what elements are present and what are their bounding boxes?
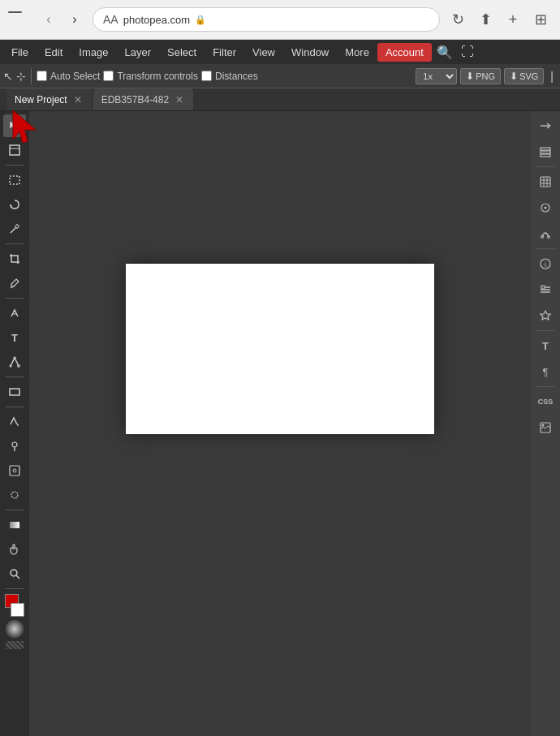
- svg-point-16: [12, 442, 17, 447]
- share-button[interactable]: ⬆: [474, 8, 497, 31]
- menu-select[interactable]: Select: [159, 43, 205, 62]
- tool-sep-7: [5, 588, 24, 589]
- tab-new-project-label: New Project: [15, 94, 67, 105]
- blur-button[interactable]: [3, 484, 26, 506]
- paths-panel-button[interactable]: [534, 222, 557, 245]
- canvas-area: [29, 111, 531, 736]
- search-button[interactable]: 🔍: [433, 41, 456, 63]
- tab-edb[interactable]: EDB357B4-482 ✕: [93, 88, 193, 110]
- menu-image[interactable]: Image: [71, 43, 116, 62]
- quick-mask-button[interactable]: [6, 620, 24, 638]
- path-selection-button[interactable]: [3, 351, 26, 373]
- tabs-button[interactable]: ⊞: [529, 8, 552, 31]
- distances-checkbox[interactable]: [201, 71, 212, 81]
- svg-rect-27: [541, 148, 550, 150]
- css-panel-button[interactable]: CSS: [534, 390, 557, 413]
- menu-edit[interactable]: Edit: [37, 43, 71, 62]
- reload-button[interactable]: ↻: [446, 8, 469, 31]
- app-toolbar: ↖ ⊹ Auto Select Transform controls Dista…: [0, 64, 560, 88]
- expand-panel-button[interactable]: [534, 114, 557, 137]
- svg-text:i: i: [545, 260, 546, 269]
- gradient-button[interactable]: [3, 514, 26, 536]
- svg-rect-4: [10, 176, 19, 184]
- auto-select-label: Auto Select: [50, 71, 100, 82]
- tool-sep-1: [5, 165, 24, 166]
- forward-button[interactable]: ›: [63, 8, 86, 31]
- svg-rect-2: [10, 145, 19, 155]
- browser-actions: ↻ ⬆ + ⊞: [446, 8, 552, 31]
- panel-sep-3: [536, 330, 555, 331]
- rectangular-marquee-button[interactable]: [3, 169, 26, 192]
- paragraph-panel-button[interactable]: ¶: [534, 360, 557, 383]
- paragraph-icon: ¶: [543, 366, 549, 378]
- magic-wand-button[interactable]: [3, 217, 26, 240]
- move-tool-button[interactable]: [3, 114, 26, 137]
- app-body: T: [0, 111, 560, 736]
- address-bar[interactable]: AA photopea.com 🔒: [93, 7, 440, 32]
- menu-file[interactable]: File: [3, 43, 37, 62]
- transform-controls-checkbox-label[interactable]: Transform controls: [103, 71, 198, 82]
- effects-panel-button[interactable]: [534, 304, 557, 327]
- more-options-button[interactable]: |: [547, 68, 557, 84]
- distances-checkbox-label[interactable]: Distances: [201, 71, 258, 82]
- svg-point-20: [11, 492, 18, 498]
- menu-filter[interactable]: Filter: [205, 43, 244, 62]
- eyedropper-button[interactable]: [3, 272, 26, 295]
- character-icon: T: [542, 340, 549, 352]
- tool-sep-4: [5, 377, 24, 377]
- zoom-select[interactable]: 1x2x0.5x: [416, 68, 457, 84]
- svg-marker-0: [10, 121, 17, 131]
- menu-view[interactable]: View: [244, 43, 283, 62]
- transform-controls-checkbox[interactable]: [103, 71, 114, 81]
- background-color[interactable]: [11, 603, 24, 617]
- menu-window[interactable]: Window: [283, 43, 337, 62]
- rectangle-shape-button[interactable]: [3, 381, 26, 403]
- transform-controls-label: Transform controls: [117, 71, 198, 82]
- zoom-button[interactable]: [3, 562, 26, 585]
- aa-label: AA: [103, 13, 118, 26]
- auto-select-checkbox[interactable]: [37, 71, 47, 81]
- artboard-tool-button[interactable]: [3, 139, 26, 161]
- svg-point-12: [14, 357, 16, 359]
- svg-point-36: [545, 207, 547, 209]
- properties-panel-button[interactable]: [534, 278, 557, 301]
- text-tool-button[interactable]: T: [3, 326, 26, 349]
- channels-panel-button[interactable]: [534, 170, 557, 193]
- character-panel-button[interactable]: T: [534, 334, 557, 357]
- pen-tool-button[interactable]: [3, 302, 26, 325]
- image-info-panel-button[interactable]: [534, 416, 557, 439]
- menu-account[interactable]: Account: [377, 43, 432, 62]
- svg-point-6: [15, 225, 19, 228]
- svg-download-icon: ⬇: [510, 71, 518, 82]
- svg-line-23: [16, 575, 19, 579]
- color-swatches: [3, 594, 26, 617]
- menu-more[interactable]: More: [337, 43, 377, 62]
- eraser-button[interactable]: [3, 459, 26, 482]
- png-export-button[interactable]: ⬇ PNG: [460, 68, 501, 84]
- lasso-button[interactable]: [3, 193, 26, 216]
- fullscreen-button[interactable]: ⛶: [456, 41, 479, 63]
- tool-sep-2: [5, 243, 24, 244]
- svg-point-13: [10, 365, 12, 368]
- auto-select-checkbox-label[interactable]: Auto Select: [37, 71, 100, 82]
- tab-new-project-close[interactable]: ✕: [72, 94, 84, 105]
- history-panel-button[interactable]: [534, 196, 557, 219]
- tab-edb-close[interactable]: ✕: [174, 94, 185, 105]
- sidebar-toggle-button[interactable]: [8, 11, 31, 28]
- menu-layer[interactable]: Layer: [117, 43, 160, 62]
- fill-button[interactable]: [3, 411, 26, 433]
- hand-button[interactable]: [3, 538, 26, 561]
- new-tab-button[interactable]: +: [502, 8, 524, 31]
- tool-sep-6: [5, 510, 24, 510]
- svg-export-button[interactable]: ⬇ SVG: [504, 68, 544, 84]
- brush-button[interactable]: [3, 435, 26, 458]
- tab-edb-label: EDB357B4-482: [101, 94, 169, 105]
- svg-marker-45: [541, 311, 550, 320]
- layers-panel-button[interactable]: [534, 140, 557, 163]
- crop-tool-button[interactable]: [3, 247, 26, 270]
- right-panel: i T ¶ CSS: [531, 111, 560, 736]
- info-panel-button[interactable]: i: [534, 252, 557, 275]
- back-button[interactable]: ‹: [37, 8, 60, 31]
- lock-icon: 🔒: [195, 15, 206, 25]
- tab-new-project[interactable]: New Project ✕: [6, 88, 92, 110]
